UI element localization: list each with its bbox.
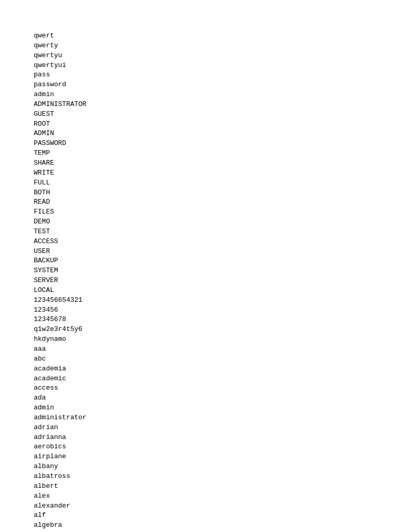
list-item: qwertyu xyxy=(34,51,399,61)
list-item: aerobics xyxy=(34,442,399,452)
list-item: TEST xyxy=(34,227,399,237)
list-item: qwertyui xyxy=(34,61,399,71)
list-item: academia xyxy=(34,364,399,374)
list-item: password xyxy=(34,80,399,90)
list-item: USER xyxy=(34,247,399,257)
list-item: BACKUP xyxy=(34,256,399,266)
list-item: 12345678 xyxy=(34,315,399,325)
list-item: aaa xyxy=(34,344,399,354)
list-item: adrian xyxy=(34,423,399,433)
list-item: airplane xyxy=(34,452,399,462)
list-item: ADMINISTRATOR xyxy=(34,100,399,110)
list-item: ADMIN xyxy=(34,129,399,139)
list-item: SHARE xyxy=(34,158,399,168)
list-item: DEMO xyxy=(34,217,399,227)
list-item: adrianna xyxy=(34,433,399,443)
list-item: GUEST xyxy=(34,110,399,119)
list-item: ada xyxy=(34,393,399,403)
list-item: q1w2e3r4t5y6 xyxy=(34,325,399,335)
list-item: administrator xyxy=(34,413,399,423)
list-item: qwerty xyxy=(34,41,399,51)
list-item: LOCAL xyxy=(34,286,399,296)
list-item: hkdynamo xyxy=(34,335,399,344)
list-item: admin xyxy=(34,403,399,413)
list-item: FILES xyxy=(34,207,399,217)
list-item: academic xyxy=(34,374,399,384)
list-item: 123456654321 xyxy=(34,296,399,305)
list-item: abc xyxy=(34,354,399,364)
list-item: albany xyxy=(34,462,399,472)
list-item: WRITE xyxy=(34,168,399,178)
list-item: alexander xyxy=(34,501,399,511)
list-item: 123456 xyxy=(34,305,399,315)
list-item: algebra xyxy=(34,521,399,530)
list-item: READ xyxy=(34,197,399,207)
list-item: SERVER xyxy=(34,276,399,286)
list-item: albatross xyxy=(34,472,399,482)
list-item: ROOT xyxy=(34,119,399,129)
list-item: SYSTEM xyxy=(34,266,399,276)
list-item: PASSWORD xyxy=(34,139,399,149)
list-item: ACCESS xyxy=(34,237,399,247)
list-item: alf xyxy=(34,511,399,521)
list-item: admin xyxy=(34,90,399,100)
list-item: BOTH xyxy=(34,188,399,198)
list-item: TEMP xyxy=(34,149,399,158)
list-item: albert xyxy=(34,482,399,491)
list-item: access xyxy=(34,383,399,393)
list-item: FULL xyxy=(34,178,399,188)
list-item: qwert xyxy=(34,31,399,41)
word-list: qwertqwertyqwertyuqwertyuipasspasswordad… xyxy=(34,31,399,532)
list-item: alex xyxy=(34,491,399,501)
list-item: pass xyxy=(34,70,399,80)
